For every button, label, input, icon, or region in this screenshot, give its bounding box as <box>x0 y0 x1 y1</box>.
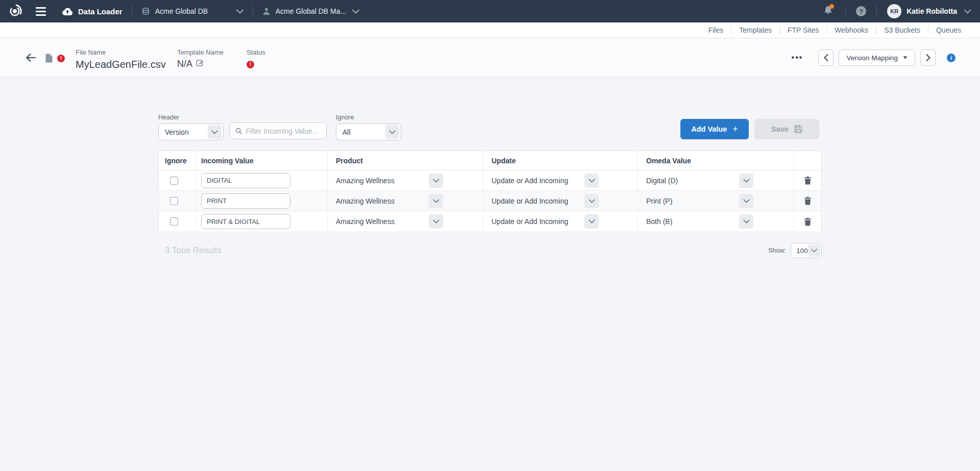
add-value-button[interactable]: Add Value + <box>680 119 749 139</box>
help-icon[interactable]: ? <box>856 6 866 16</box>
omeda-value: Print (P) <box>646 197 672 205</box>
file-document-icon[interactable] <box>45 54 53 65</box>
header-filter-value: Version <box>165 128 189 136</box>
plus-icon: + <box>732 125 738 134</box>
chevron-down-icon <box>808 244 820 257</box>
chevron-down-icon <box>739 173 753 188</box>
save-floppy-icon <box>794 125 802 133</box>
omeda-value-select[interactable]: Digital (D) <box>646 173 753 188</box>
status-error-icon: ! <box>247 61 254 68</box>
navbar-divider <box>253 6 253 17</box>
person-icon <box>262 7 271 15</box>
nav-link-webhooks[interactable]: Webhooks <box>827 26 876 34</box>
column-header-actions <box>794 151 821 170</box>
main-content: Header Version Ignore All Add Value + Sa… <box>0 77 980 471</box>
column-header-incoming-value: Incoming Value <box>196 151 328 170</box>
omeda-value-select[interactable]: Both (B) <box>646 214 753 229</box>
update-select[interactable]: Update or Add Incoming <box>492 173 599 188</box>
user-menu-chevron-icon[interactable] <box>964 7 971 16</box>
chevron-down-icon <box>739 214 753 229</box>
product-select[interactable]: Amazing Wellness <box>336 194 443 208</box>
mapping-selector[interactable]: Acme Global DB Ma... <box>262 7 359 16</box>
add-value-label: Add Value <box>691 125 727 133</box>
update-value: Update or Add Incoming <box>492 177 568 185</box>
database-selector[interactable]: Acme Global DB <box>141 7 243 16</box>
edit-pencil-icon[interactable] <box>196 59 204 69</box>
next-step-button[interactable] <box>920 49 936 66</box>
update-value: Update or Add Incoming <box>492 217 568 226</box>
step-selector-dropdown[interactable]: Version Mapping <box>839 49 915 66</box>
user-name: Katie Robilotta <box>906 7 957 15</box>
navbar-divider <box>876 6 877 17</box>
chevron-down-icon <box>584 214 599 229</box>
user-avatar[interactable]: KR <box>887 4 901 18</box>
step-selector-value: Version Mapping <box>846 54 898 62</box>
database-icon <box>141 7 150 16</box>
chevron-down-icon <box>352 7 359 16</box>
file-name-value: MyLeadGenFile.csv <box>76 59 166 70</box>
column-header-ignore: Ignore <box>159 151 196 170</box>
mapping-table: Ignore Incoming Value Product Update Ome… <box>158 151 822 232</box>
total-results-text: 3 Total Results <box>158 245 222 256</box>
ignore-checkbox[interactable] <box>170 197 178 205</box>
ignore-checkbox[interactable] <box>170 177 178 185</box>
incoming-value-search <box>230 122 327 139</box>
incoming-value-input[interactable] <box>201 173 290 188</box>
save-button[interactable]: Save <box>754 119 819 139</box>
template-name-value: N/A <box>177 59 192 69</box>
delete-row-trash-icon[interactable] <box>804 196 812 205</box>
product-select[interactable]: Amazing Wellness <box>336 173 443 188</box>
chevron-down-icon <box>739 194 753 208</box>
nav-link-queues[interactable]: Queues <box>928 26 969 34</box>
previous-step-button[interactable] <box>818 49 834 66</box>
page-size-select[interactable]: 100 <box>791 243 822 258</box>
header-filter-select[interactable]: Version <box>158 123 224 140</box>
template-name-label: Template Name <box>177 48 224 56</box>
nav-link-ftp-sites[interactable]: FTP Sites <box>780 26 826 34</box>
show-label: Show: <box>768 247 786 254</box>
nav-link-templates[interactable]: Templates <box>731 26 779 34</box>
delete-row-trash-icon[interactable] <box>804 176 812 185</box>
table-row: Amazing Wellness Update or Add Incoming … <box>159 211 821 232</box>
incoming-value-input[interactable] <box>201 214 290 229</box>
page-size-value: 100 <box>796 247 808 255</box>
search-input[interactable] <box>246 127 321 135</box>
chevron-down-icon <box>429 173 443 188</box>
omeda-logo-icon[interactable] <box>7 4 22 18</box>
omeda-value: Both (B) <box>646 217 672 226</box>
delete-row-trash-icon[interactable] <box>804 217 812 226</box>
column-header-update: Update <box>483 151 638 170</box>
file-header: ! File Name MyLeadGenFile.csv Template N… <box>0 38 980 77</box>
header-filter-label: Header <box>158 114 224 121</box>
ignore-filter-value: All <box>342 128 351 136</box>
product-value: Amazing Wellness <box>336 197 395 205</box>
more-options-icon[interactable]: ••• <box>792 53 803 62</box>
product-value: Amazing Wellness <box>336 217 395 226</box>
incoming-value-input[interactable] <box>201 193 290 209</box>
save-label: Save <box>771 125 789 133</box>
ignore-filter-label: Ignore <box>336 114 401 121</box>
table-row: Amazing Wellness Update or Add Incoming … <box>159 170 821 191</box>
file-name-label: File Name <box>76 48 166 56</box>
nav-link-s3-buckets[interactable]: S3 Buckets <box>876 26 928 34</box>
column-header-omeda-value: Omeda Value <box>638 151 794 170</box>
ignore-checkbox[interactable] <box>170 217 178 226</box>
menu-hamburger-icon[interactable] <box>36 7 46 16</box>
update-select[interactable]: Update or Add Incoming <box>492 194 599 208</box>
status-label: Status <box>247 48 265 56</box>
back-arrow-button[interactable] <box>24 53 37 65</box>
app-title: Data Loader <box>78 7 122 16</box>
product-select[interactable]: Amazing Wellness <box>336 214 443 229</box>
database-selector-value: Acme Global DB <box>155 7 208 15</box>
chevron-down-icon <box>429 194 443 208</box>
table-header-row: Ignore Incoming Value Product Update Ome… <box>159 151 821 170</box>
chevron-down-icon <box>429 214 443 229</box>
omeda-value-select[interactable]: Print (P) <box>646 194 753 208</box>
product-value: Amazing Wellness <box>336 177 395 185</box>
info-icon[interactable]: i <box>947 54 955 62</box>
update-select[interactable]: Update or Add Incoming <box>492 214 599 229</box>
notifications-bell-icon[interactable] <box>823 5 833 17</box>
ignore-filter-select[interactable]: All <box>336 123 401 140</box>
nav-link-files[interactable]: Files <box>701 26 731 34</box>
table-body: Amazing Wellness Update or Add Incoming … <box>159 170 821 232</box>
